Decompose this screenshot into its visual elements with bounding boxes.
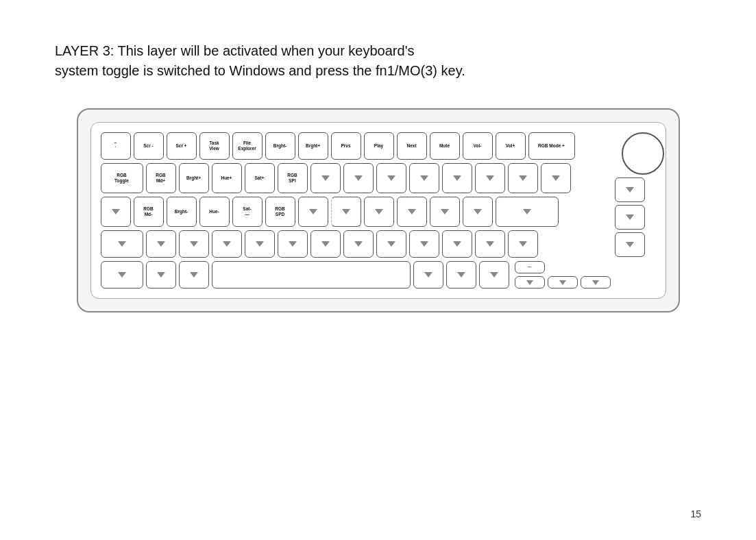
keyboard-inner: ~` Scr - Scr + TaskView <box>90 122 666 299</box>
key-brght-plus[interactable]: Brght+ <box>298 132 328 160</box>
nav-keys-row <box>515 276 611 289</box>
key-bottom-3[interactable] <box>179 261 209 289</box>
key-arrow-r2-4[interactable] <box>409 163 439 193</box>
key-scr-minus[interactable]: Scr - <box>134 132 164 160</box>
key-arrow-r2-5[interactable] <box>442 163 472 193</box>
rotary-encoder[interactable] <box>622 132 664 175</box>
key-rgb-mode-plus[interactable]: RGB Mode + <box>528 132 575 160</box>
key-file-explorer[interactable]: FileExplorer <box>232 132 263 160</box>
bottom-right-cluster: — <box>515 261 611 289</box>
key-sat-minus[interactable]: Sat-— <box>232 197 263 227</box>
keyboard-wrapper: ~` Scr - Scr + TaskView <box>55 108 701 312</box>
row-1: ~` Scr - Scr + TaskView <box>101 132 611 160</box>
key-arrow-r2-2[interactable] <box>343 163 374 193</box>
key-bottom-7[interactable] <box>479 261 509 289</box>
title-text: LAYER 3: This layer will be activated wh… <box>55 41 535 81</box>
key-arrow-r4-3[interactable] <box>212 230 242 258</box>
key-brght-minus-2[interactable]: Brght- <box>167 197 197 227</box>
key-underscore[interactable]: — <box>515 261 545 273</box>
key-rgb-md-minus[interactable]: RGBMd- <box>134 197 164 227</box>
key-rgb-toggle[interactable]: RGBToggle <box>101 163 143 193</box>
title-line2: system toggle is switched to Windows and… <box>55 63 465 78</box>
right-side-cluster <box>615 132 664 257</box>
key-bottom-6[interactable] <box>446 261 476 289</box>
key-arrow-r4-10[interactable] <box>442 230 472 258</box>
key-tilde[interactable]: ~` <box>101 132 131 160</box>
key-arrow-r2-1[interactable] <box>310 163 341 193</box>
key-arrow-r4-12[interactable] <box>508 230 538 258</box>
key-play[interactable]: Play <box>364 132 394 160</box>
key-nav-1[interactable] <box>515 276 545 289</box>
key-right-1[interactable] <box>615 177 645 202</box>
keyboard-main: ~` Scr - Scr + TaskView <box>101 132 611 289</box>
key-arrow-r2-6[interactable] <box>475 163 505 193</box>
key-arrow-r4-8[interactable] <box>376 230 406 258</box>
keyboard-outer: ~` Scr - Scr + TaskView <box>77 108 680 312</box>
key-arrow-r4-9[interactable] <box>409 230 439 258</box>
key-nav-3[interactable] <box>581 276 611 289</box>
row-4 <box>101 230 611 258</box>
key-arrow-r3-wide[interactable] <box>496 197 559 227</box>
key-brght-minus[interactable]: Brght- <box>265 132 295 160</box>
key-next[interactable]: Next <box>397 132 427 160</box>
key-vol-plus[interactable]: Vol+ <box>496 132 526 160</box>
page-number: 15 <box>690 508 701 519</box>
key-brght-plus-2[interactable]: Brght+ <box>179 163 209 193</box>
key-arrow-r4-1[interactable] <box>146 230 176 258</box>
keyboard-body: ~` Scr - Scr + TaskView <box>101 132 656 289</box>
key-arrow-r3-3[interactable] <box>364 197 394 227</box>
key-arrow-r3-2[interactable] <box>331 197 361 227</box>
key-arrow-r3-4[interactable] <box>397 197 427 227</box>
key-nav-2[interactable] <box>548 276 578 289</box>
page-content: LAYER 3: This layer will be activated wh… <box>0 0 756 340</box>
key-arrow-r4-2[interactable] <box>179 230 209 258</box>
row-2: RGBToggle RGBMd+ Brght+ Hue+ <box>101 163 611 193</box>
key-arrow-r2-8[interactable] <box>541 163 571 193</box>
key-arrow-r2-7[interactable] <box>508 163 538 193</box>
key-arrow-r4-11[interactable] <box>475 230 505 258</box>
key-prvs[interactable]: Prvs <box>331 132 361 160</box>
key-bottom-2[interactable] <box>146 261 176 289</box>
row-3: RGBMd- Brght- Hue- Sat-— <box>101 197 611 227</box>
key-spacebar[interactable] <box>212 261 411 289</box>
key-task-view[interactable]: TaskView <box>199 132 230 160</box>
key-arrow-r4-5[interactable] <box>278 230 308 258</box>
key-shift-l[interactable] <box>101 230 143 258</box>
key-arrow-r3-0[interactable] <box>101 197 131 227</box>
key-arrow-r4-7[interactable] <box>343 230 374 258</box>
key-arrow-r4-4[interactable] <box>245 230 275 258</box>
key-hue-minus[interactable]: Hue- <box>199 197 230 227</box>
key-arrow-r3-1[interactable] <box>298 197 328 227</box>
row-5: — <box>101 261 611 289</box>
key-vol-minus[interactable]: Vol- <box>463 132 493 160</box>
key-bottom-5[interactable] <box>413 261 443 289</box>
key-arrow-r3-6[interactable] <box>463 197 493 227</box>
key-sat-plus[interactable]: Sat+ <box>245 163 275 193</box>
key-mute[interactable]: Mute <box>430 132 460 160</box>
key-hue-plus[interactable]: Hue+ <box>212 163 242 193</box>
key-rgb-spd[interactable]: RGBSPD <box>265 197 295 227</box>
key-arrow-r4-6[interactable] <box>310 230 341 258</box>
key-ctrl-l[interactable] <box>101 261 143 289</box>
key-arrow-r2-3[interactable] <box>376 163 406 193</box>
key-right-3[interactable] <box>615 232 645 257</box>
key-rgb-md-plus[interactable]: RGBMd+ <box>146 163 176 193</box>
key-rgb-spi[interactable]: RGBSPI <box>278 163 308 193</box>
key-scr-plus[interactable]: Scr + <box>167 132 197 160</box>
key-right-2[interactable] <box>615 205 645 230</box>
key-arrow-r3-5[interactable] <box>430 197 460 227</box>
title-line1: LAYER 3: This layer will be activated wh… <box>55 43 414 58</box>
